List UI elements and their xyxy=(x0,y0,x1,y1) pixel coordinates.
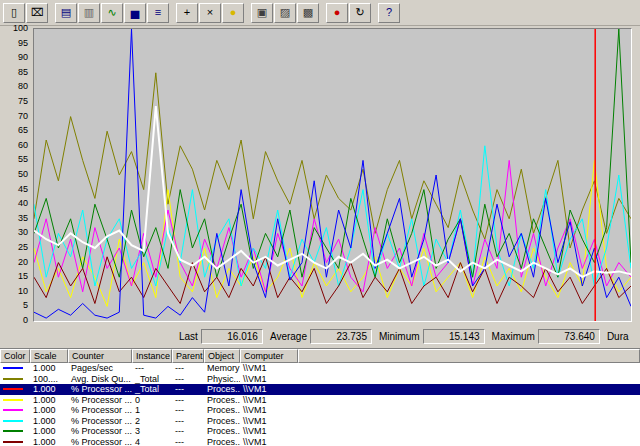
legend-cell-color xyxy=(0,378,30,380)
stat-value-last: 16.016 xyxy=(201,329,263,344)
legend-cell-object: Proces... xyxy=(204,416,240,426)
legend-column-header-instance[interactable]: Instance xyxy=(132,349,172,363)
y-axis-label: 95 xyxy=(18,39,28,48)
legend-column-header-parent[interactable]: Parent xyxy=(172,349,204,363)
legend-row[interactable]: 1.000% Processor ...1---Proces...\\VM1 xyxy=(0,405,640,416)
stat-label-minimum: Minimum xyxy=(379,331,420,342)
y-axis-label: 0 xyxy=(23,316,28,325)
delete-counter-button[interactable]: × xyxy=(199,3,221,23)
help-button[interactable]: ? xyxy=(378,3,400,23)
add-counter-icon: + xyxy=(184,7,190,18)
legend-row[interactable]: 1.000% Processor ...2---Proces...\\VM1 xyxy=(0,416,640,427)
view-report-button[interactable]: ≡ xyxy=(147,3,169,23)
counter-color-swatch xyxy=(3,399,23,401)
legend-cell-counter: % Processor ... xyxy=(68,384,132,394)
y-axis-label: 90 xyxy=(18,53,28,62)
counter-color-swatch xyxy=(3,420,23,422)
view-log-file-data-button[interactable]: ▥ xyxy=(78,3,100,23)
legend-cell-parent: --- xyxy=(172,374,204,384)
legend-cell-scale: 1.000 xyxy=(30,384,68,394)
legend-cell-instance: --- xyxy=(132,363,172,373)
legend-cell-scale: 1.000 xyxy=(30,395,68,405)
legend-cell-color xyxy=(0,409,30,411)
legend-cell-computer: \\VM1 xyxy=(240,363,298,373)
highlight-button[interactable]: ● xyxy=(222,3,244,23)
legend-cell-color xyxy=(0,441,30,443)
view-graph-button[interactable]: ∿ xyxy=(101,3,123,23)
copy-properties-button[interactable]: ▣ xyxy=(251,3,273,23)
legend-cell-color xyxy=(0,388,30,390)
legend-column-header-scale[interactable]: Scale xyxy=(30,349,68,363)
properties-icon: ▩ xyxy=(303,7,313,18)
counter-color-swatch xyxy=(3,388,23,390)
chart-svg xyxy=(34,29,631,321)
help-icon: ? xyxy=(386,7,392,18)
y-axis-label: 35 xyxy=(18,214,28,223)
clear-display-button[interactable]: ⌧ xyxy=(26,3,48,23)
new-counter-set-button[interactable]: ▯ xyxy=(3,3,25,23)
y-axis-label: 30 xyxy=(18,228,28,237)
counter-color-swatch xyxy=(3,367,23,369)
update-data-button[interactable]: ↻ xyxy=(349,3,371,23)
view-log-file-data-icon: ▥ xyxy=(84,7,94,18)
counter-color-swatch xyxy=(3,430,23,432)
legend-cell-computer: \\VM1 xyxy=(240,395,298,405)
y-axis-label: 15 xyxy=(18,272,28,281)
freeze-display-button[interactable]: ● xyxy=(326,3,348,23)
properties-button[interactable]: ▩ xyxy=(297,3,319,23)
stat-value-minimum: 15.143 xyxy=(423,329,485,344)
legend-cell-computer: \\VM1 xyxy=(240,426,298,436)
paste-counter-list-button[interactable]: ▨ xyxy=(274,3,296,23)
legend-header-filler xyxy=(298,349,640,363)
y-axis-label: 75 xyxy=(18,97,28,106)
legend-cell-color xyxy=(0,430,30,432)
toolbar: ▯⌧▤▥∿▅≡+×●▣▨▩●↻? xyxy=(0,0,640,26)
series-line--processor-time-3 xyxy=(34,29,631,277)
legend-cell-instance: 0 xyxy=(132,395,172,405)
legend-column-header-computer[interactable]: Computer xyxy=(240,349,298,363)
stat-value-average: 23.735 xyxy=(310,329,372,344)
system-monitor-window: ▯⌧▤▥∿▅≡+×●▣▨▩●↻? 10095908580757065605550… xyxy=(0,0,640,446)
legend-cell-parent: --- xyxy=(172,395,204,405)
legend-cell-color xyxy=(0,399,30,401)
legend-column-header-color[interactable]: Color xyxy=(0,349,30,363)
legend-row[interactable]: 100....Avg. Disk Qu..._Total---Physic...… xyxy=(0,374,640,385)
legend-cell-computer: \\VM1 xyxy=(240,416,298,426)
legend-row[interactable]: 1.000Pages/sec------Memory\\VM1 xyxy=(0,363,640,374)
legend-cell-computer: \\VM1 xyxy=(240,405,298,415)
legend-row[interactable]: 1.000% Processor ...4---Proces...\\VM1 xyxy=(0,437,640,446)
legend-row[interactable]: 1.000% Processor ..._Total---Proces...\\… xyxy=(0,384,640,395)
legend-column-header-object[interactable]: Object xyxy=(204,349,240,363)
y-axis-label: 50 xyxy=(18,170,28,179)
y-axis-label: 65 xyxy=(18,126,28,135)
y-axis-label: 55 xyxy=(18,155,28,164)
stat-value-maximum: 73.640 xyxy=(538,329,600,344)
add-counter-button[interactable]: + xyxy=(176,3,198,23)
legend-rows: 1.000Pages/sec------Memory\\VM1100....Av… xyxy=(0,363,640,446)
legend-cell-instance: 1 xyxy=(132,405,172,415)
legend-cell-color xyxy=(0,367,30,369)
legend-cell-object: Proces... xyxy=(204,384,240,394)
view-histogram-button[interactable]: ▅ xyxy=(124,3,146,23)
legend-cell-parent: --- xyxy=(172,384,204,394)
view-current-activity-button[interactable]: ▤ xyxy=(55,3,77,23)
legend-cell-object: Proces... xyxy=(204,437,240,446)
y-axis-label: 85 xyxy=(18,68,28,77)
y-axis-label: 60 xyxy=(18,141,28,150)
y-axis-label: 40 xyxy=(18,199,28,208)
stat-label-last: Last xyxy=(179,331,198,342)
legend-cell-parent: --- xyxy=(172,363,204,373)
counter-color-swatch xyxy=(3,409,23,411)
legend-row[interactable]: 1.000% Processor ...3---Proces...\\VM1 xyxy=(0,426,640,437)
legend-cell-instance: 4 xyxy=(132,437,172,446)
chart-plot-area xyxy=(33,28,632,322)
legend-cell-scale: 1.000 xyxy=(30,416,68,426)
legend-cell-counter: % Processor ... xyxy=(68,437,132,446)
view-report-icon: ≡ xyxy=(155,7,161,18)
legend-cell-object: Proces... xyxy=(204,426,240,436)
stat-label-maximum: Maximum xyxy=(492,331,535,342)
legend-column-header-counter[interactable]: Counter xyxy=(68,349,132,363)
legend-cell-scale: 100.... xyxy=(30,374,68,384)
legend-row[interactable]: 1.000% Processor ...0---Proces...\\VM1 xyxy=(0,395,640,406)
legend-cell-object: Proces... xyxy=(204,395,240,405)
